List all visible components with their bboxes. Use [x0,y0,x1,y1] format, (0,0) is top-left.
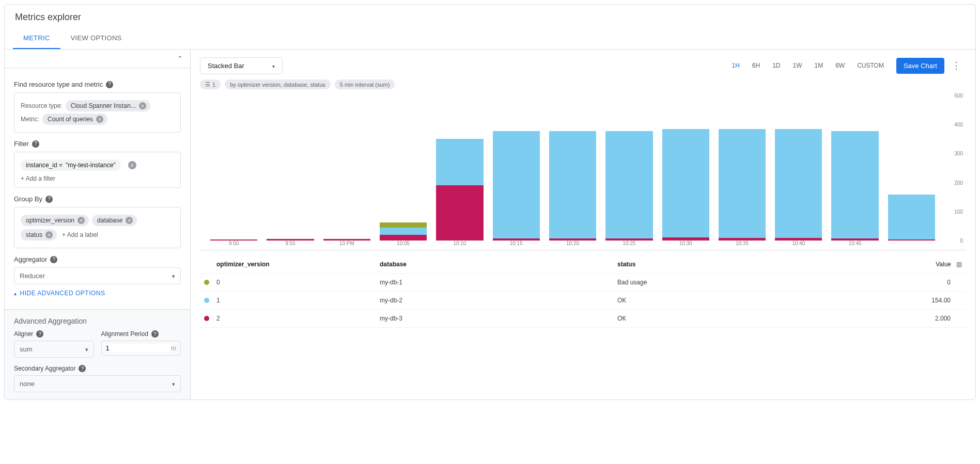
chevron-down-icon [85,345,88,353]
chevron-down-icon [272,62,275,70]
legend-header-optimizer: optimizer_version [216,261,270,268]
bar-slot [436,95,483,241]
y-tick: 400 [954,122,963,127]
remove-filter-icon[interactable]: × [128,161,136,169]
aligner-label: Aligner ? [14,330,94,338]
x-tick: 10:05 [380,241,427,250]
chevron-down-icon [172,380,175,388]
close-icon[interactable]: × [45,231,53,238]
legend-header-status: status [617,261,910,268]
x-tick: 9:55 [267,241,314,250]
bar-slot [719,95,766,241]
secondary-aggregator-select[interactable]: none [14,375,181,392]
time-range-6w[interactable]: 6W [830,59,850,72]
bar-slot [831,95,878,241]
x-tick: 10:25 [605,241,652,250]
tab-metric[interactable]: METRIC [13,28,60,49]
close-icon[interactable]: × [126,217,133,224]
series-color-dot [204,280,209,285]
page-title: Metrics explorer [5,5,975,28]
collapse-panel-button[interactable]: ⌃ [5,50,190,68]
metric-chip[interactable]: Count of queries × [42,114,107,125]
aggregator-select[interactable]: Reducer [14,267,181,284]
x-tick: 10 PM [323,241,370,250]
filter-icon: ☰ [205,81,210,88]
bar-slot [380,95,427,241]
y-tick: 100 [954,209,963,214]
alignment-period-input[interactable]: m [101,341,181,356]
filter-chip[interactable]: instance_id = "my-test-instance" [21,159,121,171]
tabs: METRIC VIEW OPTIONS [5,28,975,50]
x-tick [888,241,935,250]
grouping-chip[interactable]: by optimizer version, database, status [225,79,331,89]
alignment-period-field[interactable] [106,344,172,352]
columns-icon[interactable]: ▥ [956,261,962,268]
series-color-dot [204,316,209,321]
bar-slot [267,95,314,241]
legend-row[interactable]: 2my-db-3OK2.000 [200,310,966,328]
help-icon[interactable]: ? [45,196,53,203]
add-filter-link[interactable]: + Add a filter [21,175,174,182]
close-icon[interactable]: × [77,217,85,224]
bar-slot [662,95,709,241]
y-tick: 300 [954,151,963,156]
groupby-chip-status[interactable]: status× [21,229,57,241]
x-tick: 10:45 [831,241,878,250]
sidebar: ⌃ Find resource type and metric ? Resour… [5,50,191,399]
close-icon[interactable]: × [96,116,103,123]
interval-chip[interactable]: 5 min interval (sum) [335,79,395,89]
groupby-chip-database[interactable]: database× [92,215,137,226]
time-range-6h[interactable]: 6H [747,59,765,72]
x-tick: 10:10 [436,241,483,250]
help-icon[interactable]: ? [36,330,43,338]
aligner-select[interactable]: sum [14,341,94,358]
legend-row[interactable]: 1my-db-2OK154.00 [200,292,966,310]
close-icon[interactable]: × [139,102,146,109]
secondary-aggregator-label: Secondary Aggregator ? [14,365,181,372]
bar-slot [210,95,257,241]
series-color-dot [204,298,209,303]
help-icon[interactable]: ? [50,256,57,263]
time-range-1d[interactable]: 1D [767,59,785,72]
time-range-custom[interactable]: CUSTOM [852,59,889,72]
help-icon[interactable]: ? [32,140,39,148]
help-icon[interactable]: ? [79,365,86,372]
filter-summary-chip[interactable]: ☰ 1 [200,79,221,89]
groupby-label: Group By ? [14,195,181,203]
metric-label: Metric: [21,116,39,123]
legend-table: optimizer_version database status Value … [200,255,966,328]
more-options-icon[interactable]: ⋮ [946,57,966,74]
bar-slot [323,95,370,241]
x-tick: 10:40 [775,241,822,250]
chart: 0100200300400500 9:509:5510 PM10:0510:10… [200,95,966,250]
x-tick: 10:30 [662,241,709,250]
bar-slot [493,95,540,241]
help-icon[interactable]: ? [106,81,113,88]
advanced-aggregation-title: Advanced Aggregation [14,317,181,325]
bar-slot [888,95,935,241]
bar-slot [775,95,822,241]
hide-advanced-toggle[interactable]: HIDE ADVANCED OPTIONS [14,290,181,297]
y-tick: 0 [960,238,963,244]
help-icon[interactable]: ? [151,330,159,338]
groupby-chip-optimizer_version[interactable]: optimizer_version× [21,215,89,226]
legend-row[interactable]: 0my-db-1Bad usage0 [200,274,966,292]
alignment-period-unit: m [171,345,176,352]
tab-view-options[interactable]: VIEW OPTIONS [60,28,132,49]
aggregator-label: Aggregator ? [14,255,181,263]
time-range-1h[interactable]: 1H [726,59,744,72]
resource-type-chip[interactable]: Cloud Spanner Instan... × [66,100,150,111]
y-tick: 500 [954,93,963,99]
y-tick: 200 [954,180,963,185]
save-chart-button[interactable]: Save Chart [896,58,944,74]
x-tick: 10:15 [493,241,540,250]
time-range-1w[interactable]: 1W [788,59,807,72]
alignment-period-label: Alignment Period ? [101,330,181,338]
time-range-1m[interactable]: 1M [810,59,829,72]
x-tick: 10:35 [719,241,766,250]
bar-slot [549,95,596,241]
legend-header-database: database [380,261,617,268]
chart-type-select[interactable]: Stacked Bar [200,57,283,74]
add-groupby-label[interactable]: + Add a label [62,231,98,238]
x-tick: 9:50 [210,241,257,250]
